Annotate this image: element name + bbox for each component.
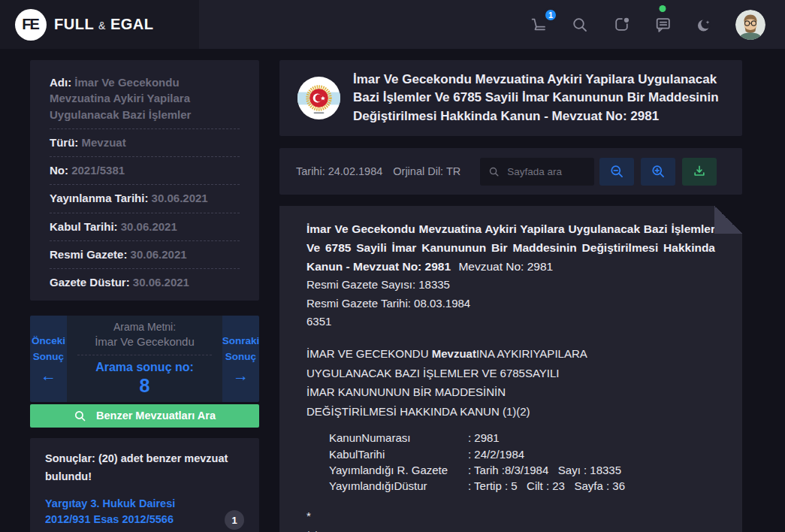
document-viewer[interactable]: İmar Ve Gecekondu Mevzuatina Aykiri Yapi…	[279, 206, 742, 532]
brand-full: FULL	[54, 16, 94, 33]
page-content: Adı: İmar Ve Gecekondu Mevzuatina Aykiri…	[0, 49, 785, 532]
meta-value: 30.06.2021	[152, 192, 208, 204]
notifications-button[interactable]	[611, 15, 631, 35]
previous-result-label-2: Sonuç	[33, 349, 64, 364]
avatar-photo	[735, 10, 765, 40]
meta-value: 30.06.2021	[133, 276, 189, 289]
page-fold-corner	[714, 206, 742, 234]
messages-button[interactable]	[653, 15, 672, 35]
meta-label: Adı:	[50, 76, 71, 89]
results-summary: Sonuçlar: (20) adet benzer mevzuat bulun…	[45, 450, 244, 486]
law-title-highlight: Mevzuat	[432, 347, 476, 360]
meta-row-type: Türü: Mevzuat	[50, 129, 240, 157]
law-title-post: INA AYKIRIYAPILARA	[476, 347, 587, 360]
result-number-label: Arama sonuç no:	[95, 361, 194, 374]
sidebar: Adı: İmar Ve Gecekondu Mevzuatina Aykiri…	[30, 60, 259, 532]
toolbar-buttons	[599, 158, 717, 186]
meta-label: Türü:	[50, 136, 78, 149]
query-value: İmar Ve Gecekondu	[95, 335, 195, 348]
info-key: KabulTarihi	[329, 446, 468, 462]
dark-mode-toggle[interactable]	[694, 15, 714, 35]
info-key: YayımlandığıDüstur	[329, 478, 468, 494]
law-info-row: Yayımlandığı R. Gazete : Tarih :8/3/1984…	[329, 462, 715, 478]
search-result-navigator: Önceki Sonuç ← Arama Metni: İmar Ve Gece…	[30, 316, 259, 402]
meta-row-official-gazette: Resmi Gazete: 30.06.2021	[50, 241, 240, 269]
meta-label: No:	[50, 164, 68, 177]
zoom-in-icon	[651, 164, 666, 180]
result-number-value: 8	[140, 375, 150, 397]
document-heading: İmar Ve Gecekondu Mevzuatina Aykiri Yapi…	[306, 219, 715, 276]
top-bar: FE FULL & EGAL 1	[0, 0, 785, 49]
arrow-left-icon: ←	[41, 367, 56, 383]
cart-count-badge: 1	[543, 8, 558, 23]
page-search-box[interactable]	[480, 158, 594, 186]
zoom-in-button[interactable]	[641, 158, 675, 186]
info-key: Yayımlandığı R. Gazete	[329, 462, 468, 478]
similar-results-card: Sonuçlar: (20) adet benzer mevzuat bulun…	[30, 438, 259, 532]
meta-label: Resmi Gazete:	[50, 248, 127, 261]
user-avatar[interactable]	[735, 10, 765, 40]
result-rank-badge: 1	[225, 510, 244, 530]
brand-ampersand: &	[98, 20, 106, 32]
meta-value: 30.06.2021	[121, 220, 177, 233]
search-icon	[74, 410, 86, 422]
brand-egal: EGAL	[110, 16, 154, 33]
chat-icon	[654, 15, 672, 34]
brand-logo-icon[interactable]: FE	[15, 9, 47, 41]
footnotes: * * * Bu Kanunun yürürlükte olmayanhüküm…	[306, 507, 715, 532]
page-code-line: 6351	[306, 313, 715, 331]
result-item[interactable]: Yargıtay 3. Hukuk Dairesi 2012/931 Esas …	[45, 486, 244, 532]
download-icon	[692, 164, 707, 179]
search-similar-label: Benzer Mevzuatları Ara	[96, 410, 216, 422]
search-icon	[571, 16, 589, 34]
online-status-dot	[660, 5, 666, 12]
meta-row-number: No: 2021/5381	[50, 157, 240, 185]
zoom-out-button[interactable]	[599, 158, 634, 186]
meta-label: Kabul Tarihi:	[50, 220, 118, 233]
document-meta-card: Adı: İmar Ve Gecekondu Mevzuatina Aykiri…	[30, 60, 259, 301]
meta-value: 30.06.2021	[131, 248, 187, 261]
law-info-row: KanunNumarası : 2981	[329, 430, 715, 446]
law-title-pre: İMAR VE GECEKONDU	[306, 347, 432, 360]
next-result-button[interactable]: Sonraki Sonuç →	[222, 316, 259, 402]
meta-value: Mevzuat	[82, 136, 126, 149]
search-similar-button[interactable]: Benzer Mevzuatları Ara	[30, 404, 259, 428]
previous-result-label-1: Önceki	[32, 334, 65, 349]
search-button[interactable]	[570, 15, 590, 35]
document-heading-suffix: Mevzuat No: 2981	[458, 260, 553, 273]
meta-label: Gazete Düstur:	[50, 276, 130, 289]
info-value: : Tertip : 5 Cilt : 23 Sayfa : 36	[468, 478, 625, 494]
footnote-line: *	[306, 507, 715, 525]
law-title-line-3: İMAR KANUNUNUN BİR MADDESİNİN	[306, 382, 715, 402]
brand-name: FULL & EGAL	[54, 16, 154, 33]
meta-row-accept-date: Kabul Tarihi: 30.06.2021	[50, 213, 240, 241]
result-link[interactable]: Yargıtay 3. Hukuk Dairesi 2012/931 Esas …	[45, 496, 216, 532]
page-search-input[interactable]	[506, 165, 586, 178]
previous-result-button[interactable]: Önceki Sonuç ←	[30, 316, 67, 402]
info-value: : 24/2/1984	[468, 446, 524, 462]
cart-button[interactable]: 1	[529, 15, 548, 35]
info-value: : Tarih :8/3/1984 Sayı : 18335	[468, 462, 621, 478]
gazette-number-line: Resmi Gazete Sayısı: 18335	[306, 276, 715, 294]
search-query-panel: Arama Metni: İmar Ve Gecekondu Arama son…	[67, 316, 222, 402]
divider	[77, 355, 212, 355]
main-panel: İmar Ve Gecekondu Mevzuatina Aykiri Yapi…	[279, 60, 742, 532]
page-title: İmar Ve Gecekondu Mevzuatina Aykiri Yapi…	[353, 71, 724, 125]
meta-row-publish-date: Yayınlanma Tarihi: 30.06.2021	[50, 185, 240, 213]
brand-area: FE FULL & EGAL	[0, 0, 199, 49]
law-info-row: KabulTarihi : 24/2/1984	[329, 446, 715, 462]
footnote-line: * *	[306, 526, 715, 532]
next-result-label-1: Sonraki	[222, 334, 259, 349]
meta-value: 2021/5381	[71, 164, 125, 177]
gazette-date-line: Resmi Gazete Tarihi: 08.03.1984	[306, 295, 715, 313]
download-button[interactable]	[682, 158, 717, 186]
meta-row-name: Adı: İmar Ve Gecekondu Mevzuatina Aykiri…	[50, 69, 240, 129]
document-title-card: İmar Ve Gecekondu Mevzuatina Aykiri Yapi…	[279, 60, 742, 136]
search-icon	[488, 166, 500, 177]
activity-icon	[612, 15, 631, 34]
info-key: KanunNumarası	[329, 430, 468, 446]
meta-value: İmar Ve Gecekondu Mevzuatina Aykiri Yapi…	[50, 76, 191, 121]
spacer	[306, 421, 715, 430]
spacer	[306, 494, 715, 507]
document-date: Tarihi: 24.02.1984	[296, 165, 382, 177]
